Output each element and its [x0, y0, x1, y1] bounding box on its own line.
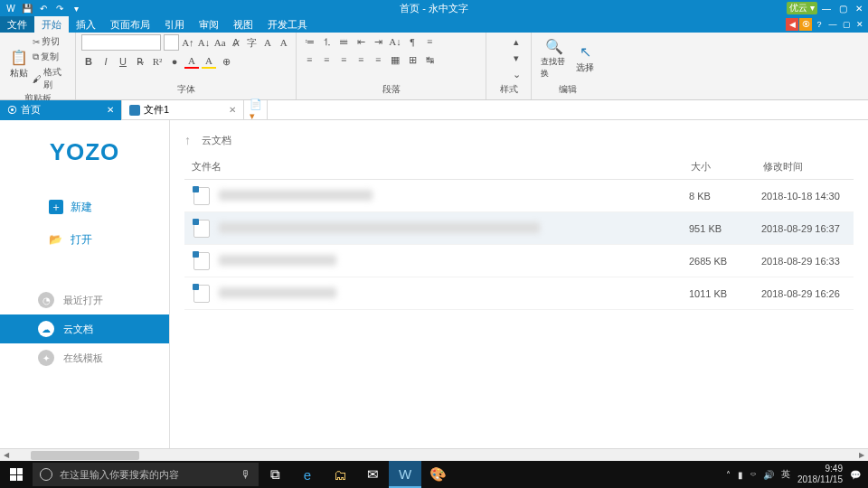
taskbar-search[interactable]: 在这里输入你要搜索的内容 🎙 [33, 463, 259, 486]
tab-home[interactable]: ⦿首页 ✕ [0, 100, 122, 120]
status-dot-1[interactable]: ◀ [786, 18, 798, 31]
line-spacing-icon[interactable]: ≡ [422, 34, 437, 49]
header-size[interactable]: 大小 [691, 160, 763, 174]
select-button[interactable]: ↖ 选择 [571, 34, 599, 81]
align-center-icon[interactable]: ≡ [319, 52, 334, 67]
bullets-icon[interactable]: ≔ [302, 34, 316, 49]
cloud-badge[interactable]: 优云 ▾ [787, 2, 817, 14]
tray-chevron-icon[interactable]: ˄ [726, 470, 731, 480]
char-border-icon[interactable]: A [261, 35, 275, 50]
sidebar-item-templates[interactable]: ✦ 在线模板 [0, 343, 169, 372]
dec-indent-icon[interactable]: ⇤ [354, 34, 368, 49]
tabs-icon[interactable]: ↹ [422, 52, 437, 67]
edge-icon[interactable]: e [291, 461, 324, 488]
yozo-app-icon[interactable]: W [389, 461, 421, 488]
menu-ref[interactable]: 引用 [157, 16, 192, 33]
breadcrumb-label[interactable]: 云文档 [202, 134, 231, 147]
header-date[interactable]: 修改时间 [763, 160, 854, 174]
tab-doc1-close-icon[interactable]: ✕ [229, 105, 236, 115]
font-color-icon[interactable]: A [184, 54, 199, 69]
align-left-icon[interactable]: ≡ [302, 52, 316, 67]
highlight-icon[interactable]: A [202, 54, 216, 69]
font-size-select[interactable] [164, 34, 179, 51]
menu-start[interactable]: 开始 [34, 16, 69, 33]
ime-indicator[interactable]: 英 [781, 468, 790, 481]
minimize-button[interactable]: — [819, 2, 834, 14]
qat-more-icon[interactable]: ▾ [69, 2, 83, 14]
phonetic-icon[interactable]: 字 [245, 35, 259, 50]
style-more-icon[interactable]: ⌄ [509, 67, 524, 81]
italic-icon[interactable]: I [99, 54, 113, 69]
copy-button[interactable]: ⧉ 复制 [33, 50, 70, 64]
task-view-icon[interactable]: ⧉ [259, 461, 291, 488]
sort-icon[interactable]: A↓ [388, 34, 402, 49]
open-button[interactable]: 📂 打开 [22, 226, 148, 253]
volume-icon[interactable]: 🔊 [763, 470, 774, 480]
taskbar-clock[interactable]: 9:49 2018/11/15 [797, 464, 843, 485]
emphasis-icon[interactable]: ● [167, 54, 182, 69]
shrink-font-icon[interactable]: A↓ [197, 35, 211, 50]
multilevel-icon[interactable]: ⩸ [336, 34, 351, 49]
superscript-icon[interactable]: R² [150, 54, 165, 69]
menu-review[interactable]: 审阅 [192, 16, 226, 33]
paste-button[interactable]: 📋 粘贴 [5, 34, 33, 92]
sub-close-icon[interactable]: ✕ [854, 18, 866, 31]
menu-file[interactable]: 文件 [0, 16, 34, 33]
mail-icon[interactable]: ✉ [356, 461, 389, 488]
strike-icon[interactable]: R̶ [133, 54, 147, 69]
close-button[interactable]: ✕ [852, 2, 866, 14]
explorer-icon[interactable]: 🗂 [324, 461, 356, 488]
battery-icon[interactable]: ▮ [738, 470, 743, 480]
file-row[interactable]: 1011 KB2018-08-29 16:26 [184, 277, 854, 310]
paint-icon[interactable]: 🎨 [421, 461, 454, 488]
style-scroll-down-icon[interactable]: ▾ [509, 51, 524, 65]
file-row[interactable]: 951 KB2018-08-29 16:37 [184, 212, 854, 245]
save-icon[interactable]: 💾 [20, 2, 34, 14]
numbering-icon[interactable]: ⒈ [319, 34, 334, 49]
undo-icon[interactable]: ↶ [36, 2, 51, 14]
menu-layout[interactable]: 页面布局 [103, 16, 157, 33]
sidebar-item-cloud[interactable]: ☁ 云文档 [0, 314, 169, 343]
grow-font-icon[interactable]: A↑ [182, 35, 195, 50]
align-right-icon[interactable]: ≡ [336, 52, 351, 67]
help-icon[interactable]: ? [813, 18, 826, 31]
horizontal-scrollbar[interactable]: ◀ ▶ [0, 448, 868, 461]
show-marks-icon[interactable]: ¶ [405, 34, 420, 49]
new-button[interactable]: ＋ 新建 [22, 193, 148, 221]
new-tab-button[interactable]: 📄▾ [244, 100, 268, 120]
format-brush-button[interactable]: 🖌 格式刷 [33, 65, 70, 92]
char-shade-icon[interactable]: A [277, 35, 290, 50]
scroll-thumb[interactable] [31, 451, 139, 460]
wifi-icon[interactable]: ⌔ [750, 470, 756, 480]
sub-restore-icon[interactable]: ▢ [840, 18, 853, 31]
inc-indent-icon[interactable]: ⇥ [371, 34, 385, 49]
font-family-select[interactable] [81, 34, 161, 51]
bold-icon[interactable]: B [81, 54, 96, 69]
find-replace-button[interactable]: 🔍 查找替换 [537, 34, 571, 81]
header-name[interactable]: 文件名 [184, 160, 691, 174]
menu-view[interactable]: 视图 [226, 16, 260, 33]
justify-icon[interactable]: ≡ [354, 52, 368, 67]
up-arrow-icon[interactable]: ↑ [184, 133, 191, 147]
menu-dev[interactable]: 开发工具 [260, 16, 315, 33]
mic-icon[interactable]: 🎙 [241, 468, 251, 481]
status-dot-2[interactable]: ⦿ [799, 18, 812, 31]
file-row[interactable]: 8 KB2018-10-18 14:30 [184, 180, 854, 212]
menu-insert[interactable]: 插入 [69, 16, 103, 33]
maximize-button[interactable]: ▢ [835, 2, 850, 14]
notifications-icon[interactable]: 💬 [850, 470, 861, 480]
tab-doc1[interactable]: 文件1 ✕ [122, 100, 244, 120]
borders-icon[interactable]: ⊞ [405, 52, 420, 67]
style-scroll-up-icon[interactable]: ▴ [509, 34, 524, 49]
sub-minimize-icon[interactable]: — [826, 18, 839, 31]
redo-icon[interactable]: ↷ [52, 2, 67, 14]
char-scale-icon[interactable]: ⊕ [219, 54, 233, 69]
shading-icon[interactable]: ▦ [388, 52, 402, 67]
cut-button[interactable]: ✂ 剪切 [33, 34, 70, 49]
sidebar-item-recent[interactable]: ◔ 最近打开 [0, 286, 169, 314]
start-button[interactable] [0, 461, 33, 488]
underline-icon[interactable]: U [116, 54, 130, 69]
scroll-left-icon[interactable]: ◀ [0, 449, 13, 462]
scroll-right-icon[interactable]: ▶ [855, 449, 868, 462]
tab-home-close-icon[interactable]: ✕ [107, 105, 114, 115]
